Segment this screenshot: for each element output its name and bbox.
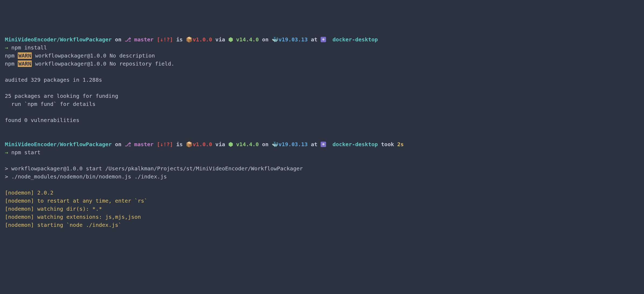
funding-line-2: run `npm fund` for details bbox=[5, 101, 95, 107]
prompt-duration: 2s bbox=[397, 141, 404, 148]
prompt-at: at bbox=[311, 36, 317, 43]
git-branch: master bbox=[134, 36, 154, 43]
node-version: v14.4.0 bbox=[236, 36, 259, 43]
nodemon-line-4: [nodemon] watching extensions: js,mjs,js… bbox=[5, 214, 141, 220]
prompt-at: at bbox=[311, 141, 317, 148]
audit-line: audited 329 packages in 1.288s bbox=[5, 77, 102, 83]
git-status: [↓!?] bbox=[157, 141, 173, 148]
node-icon: ⬢ bbox=[228, 36, 233, 43]
prompt-path: MiniVideoEncoder/WorkflowPackager bbox=[5, 141, 112, 148]
docker-icon: 🐳 bbox=[272, 36, 278, 43]
funding-line-1: 25 packages are looking for funding bbox=[5, 93, 118, 99]
nodemon-line-2: [nodemon] to restart at any time, enter … bbox=[5, 198, 147, 204]
prompt-on-2: on bbox=[262, 141, 268, 148]
warn-badge: WARN bbox=[18, 60, 32, 67]
prompt-is: is bbox=[176, 36, 183, 43]
warn-badge: WARN bbox=[18, 52, 32, 59]
npm-warn-line-1: npm WARN workflowpackager@1.0.0 No descr… bbox=[5, 52, 155, 59]
nodemon-line-1: [nodemon] 2.0.2 bbox=[5, 189, 54, 196]
prompt-arrow: → bbox=[5, 44, 8, 51]
terminal-output[interactable]: MiniVideoEncoder/WorkflowPackager on ⎇ m… bbox=[5, 35, 639, 229]
node-version: v14.4.0 bbox=[236, 141, 259, 148]
k8s-context: docker-desktop bbox=[332, 141, 378, 148]
npm-start-line-2: > ./node_modules/nodemon/bin/nodemon.js … bbox=[5, 173, 167, 180]
docker-icon: 🐳 bbox=[272, 141, 278, 148]
kubernetes-icon: ☸ bbox=[321, 37, 326, 42]
prompt-took: took bbox=[381, 141, 394, 148]
prompt-on: on bbox=[115, 36, 121, 43]
git-branch-icon: ⎇ bbox=[125, 141, 131, 148]
npm-start-line-1: > workflowpackager@1.0.0 start /Users/pk… bbox=[5, 165, 303, 172]
git-branch: master bbox=[134, 141, 154, 148]
git-status: [↓!?] bbox=[157, 36, 173, 43]
prompt-path: MiniVideoEncoder/WorkflowPackager bbox=[5, 36, 112, 43]
prompt-via: via bbox=[215, 36, 225, 43]
node-icon: ⬢ bbox=[228, 141, 233, 148]
prompt-on-2: on bbox=[262, 36, 268, 43]
package-icon: 📦 bbox=[186, 36, 193, 43]
npm-prefix: npm bbox=[5, 60, 15, 67]
package-version: v1.0.0 bbox=[193, 141, 212, 148]
npm-warn-line-2: npm WARN workflowpackager@1.0.0 No repos… bbox=[5, 60, 174, 67]
nodemon-line-5: [nodemon] starting `node ./index.js` bbox=[5, 222, 121, 228]
docker-version: v19.03.13 bbox=[278, 141, 307, 148]
command-line-1: → npm install bbox=[5, 44, 47, 51]
package-version: v1.0.0 bbox=[193, 36, 212, 43]
command-line-2: → npm start bbox=[5, 149, 40, 156]
docker-version: v19.03.13 bbox=[278, 36, 307, 43]
k8s-context: docker-desktop bbox=[332, 36, 378, 43]
warn-text: workflowpackager@1.0.0 No description bbox=[32, 52, 155, 59]
prompt-line-1: MiniVideoEncoder/WorkflowPackager on ⎇ m… bbox=[5, 36, 378, 43]
prompt-line-2: MiniVideoEncoder/WorkflowPackager on ⎇ m… bbox=[5, 141, 404, 148]
npm-prefix: npm bbox=[5, 52, 15, 59]
vulnerabilities-line: found 0 vulnerabilities bbox=[5, 117, 79, 123]
command-text: npm install bbox=[11, 44, 47, 51]
package-icon: 📦 bbox=[186, 141, 193, 148]
git-branch-icon: ⎇ bbox=[125, 36, 131, 43]
prompt-is: is bbox=[176, 141, 183, 148]
prompt-on: on bbox=[115, 141, 121, 148]
warn-text: workflowpackager@1.0.0 No repository fie… bbox=[32, 60, 174, 67]
command-text: npm start bbox=[11, 149, 40, 156]
kubernetes-icon: ☸ bbox=[321, 142, 326, 147]
nodemon-line-3: [nodemon] watching dir(s): *.* bbox=[5, 206, 102, 212]
prompt-via: via bbox=[215, 141, 225, 148]
prompt-arrow: → bbox=[5, 149, 8, 156]
